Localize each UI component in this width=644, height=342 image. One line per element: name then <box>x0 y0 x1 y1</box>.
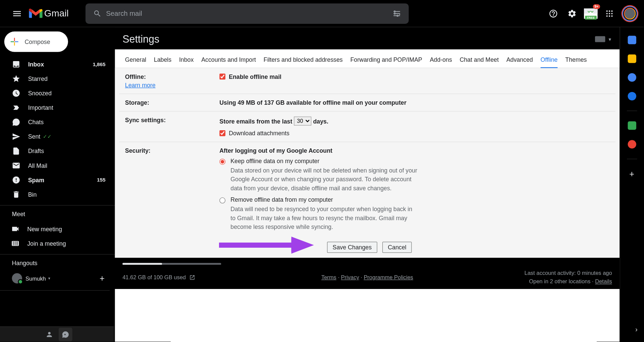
help-icon <box>549 9 558 18</box>
apps-grid-icon <box>605 9 613 17</box>
sidebar-item-chats[interactable]: Chats <box>0 115 111 129</box>
sidebar-item-allmail[interactable]: All Mail <box>0 158 111 173</box>
sidebar-item-snoozed[interactable]: Snoozed <box>0 86 111 100</box>
nav-label: Chats <box>28 119 44 126</box>
search-icon[interactable] <box>89 9 106 17</box>
tab-themes[interactable]: Themes <box>565 54 587 68</box>
download-attachments-label: Download attachments <box>229 130 289 137</box>
tab-inbox[interactable]: Inbox <box>179 54 194 68</box>
gmail-logo[interactable]: Gmail <box>27 8 72 19</box>
draft-icon <box>12 147 20 155</box>
settings-button[interactable] <box>564 5 581 22</box>
tab-offline[interactable]: Offline <box>540 54 557 68</box>
chat-hangouts-button[interactable] <box>59 328 72 341</box>
gear-icon <box>568 9 577 18</box>
addon-app-icon[interactable] <box>628 121 636 130</box>
learn-more-link[interactable]: Learn more <box>125 82 219 88</box>
account-avatar[interactable] <box>623 7 637 20</box>
storage-progress <box>122 263 221 265</box>
keyboard-icon <box>11 239 19 248</box>
enable-offline-label: Enable offline mail <box>229 73 281 80</box>
sent-icon <box>12 132 20 141</box>
tasks-app-icon[interactable] <box>628 73 636 82</box>
support-button[interactable] <box>545 5 562 22</box>
tab-advanced[interactable]: Advanced <box>506 54 533 68</box>
offline-label: Offline: Learn more <box>125 73 219 89</box>
apps-button[interactable] <box>601 5 618 22</box>
mail-icon <box>12 161 20 170</box>
svg-point-8 <box>611 13 612 14</box>
download-attachments-checkbox[interactable] <box>219 130 225 136</box>
sync-days-select[interactable]: 30 <box>294 116 311 126</box>
sidebar-item-bin[interactable]: Bin <box>0 187 111 202</box>
tab-accounts[interactable]: Accounts and Import <box>201 54 256 68</box>
svg-point-10 <box>609 15 610 16</box>
new-meeting-button[interactable]: New meeting <box>11 222 111 236</box>
keep-app-icon[interactable] <box>628 54 636 63</box>
calendar-app-icon[interactable] <box>628 36 636 44</box>
join-meeting-button[interactable]: Join a meeting <box>11 236 111 251</box>
enable-offline-checkbox[interactable] <box>219 74 225 80</box>
sync-suffix: days. <box>313 118 328 125</box>
search-options-button[interactable] <box>388 9 406 17</box>
settings-panel: General Labels Inbox Accounts and Import… <box>115 49 620 342</box>
locations-text: Open in 2 other locations <box>529 278 590 285</box>
compose-label: Compose <box>25 38 50 45</box>
chat-bar <box>0 327 114 342</box>
extension-badge[interactable]: FREE 9+ <box>582 5 599 22</box>
policies-link[interactable]: Programme Policies <box>364 274 413 281</box>
tab-general[interactable]: General <box>125 54 146 68</box>
tab-forwarding[interactable]: Forwarding and POP/IMAP <box>350 54 422 68</box>
sidebar-item-drafts[interactable]: Drafts <box>0 144 111 158</box>
addon2-app-icon[interactable] <box>628 140 636 148</box>
separator <box>627 111 637 111</box>
user-avatar-icon <box>12 273 22 283</box>
nav-label: Inbox <box>28 61 44 67</box>
search-bar[interactable] <box>86 3 409 24</box>
tab-filters[interactable]: Filters and blocked addresses <box>264 54 343 68</box>
svg-point-7 <box>609 13 610 14</box>
hangouts-section: Hangouts Sumukh ▼ + <box>0 254 115 291</box>
clock-icon <box>12 89 20 97</box>
sent-checkmarks-icon: ✓✓ <box>43 134 51 140</box>
main-content: Settings ▼ General Labels Inbox Accounts… <box>115 27 620 342</box>
nav-label: Important <box>28 104 53 111</box>
save-changes-button[interactable]: Save Changes <box>327 242 377 253</box>
chat-person-button[interactable] <box>43 328 56 341</box>
settings-title: Settings <box>122 33 159 45</box>
storage-label: Storage: <box>125 99 219 106</box>
sidebar-item-sent[interactable]: Sent ✓✓ <box>0 129 111 144</box>
tab-addons[interactable]: Add-ons <box>430 54 452 68</box>
svg-point-5 <box>611 10 612 11</box>
notification-count: 9+ <box>593 4 600 9</box>
search-input[interactable] <box>106 10 388 17</box>
privacy-link[interactable]: Privacy <box>341 274 359 281</box>
security-label: Security: <box>125 147 219 232</box>
sidebar-item-inbox[interactable]: Inbox 1,865 <box>0 57 111 71</box>
sidebar-item-starred[interactable]: Starred <box>0 71 111 86</box>
main-menu-button[interactable] <box>7 3 27 24</box>
remove-data-radio[interactable] <box>219 197 225 203</box>
get-addons-button[interactable]: + <box>629 169 634 179</box>
external-link-icon[interactable] <box>189 274 195 280</box>
contacts-app-icon[interactable] <box>628 92 636 100</box>
hangouts-user-row[interactable]: Sumukh ▼ + <box>12 271 115 286</box>
tab-labels[interactable]: Labels <box>154 54 171 68</box>
cancel-button[interactable]: Cancel <box>382 242 412 253</box>
side-panel: + <box>620 27 643 342</box>
details-link[interactable]: Details <box>595 278 612 285</box>
annotation-arrow-icon <box>217 233 315 257</box>
sidebar-item-spam[interactable]: Spam 155 <box>0 173 111 187</box>
keep-data-radio[interactable] <box>219 159 225 165</box>
input-tools-button[interactable]: ▼ <box>595 36 612 42</box>
settings-tabs: General Labels Inbox Accounts and Import… <box>115 49 620 68</box>
expand-side-panel-button[interactable]: › <box>635 326 638 333</box>
nav-label: Spam <box>28 177 44 183</box>
compose-button[interactable]: Compose <box>4 32 68 52</box>
settings-header: Settings ▼ <box>115 27 620 49</box>
terms-link[interactable]: Terms <box>321 274 336 281</box>
tab-chat[interactable]: Chat and Meet <box>460 54 498 68</box>
storage-value: Using 49 MB of 137 GB available for offl… <box>219 99 609 106</box>
hangouts-add-button[interactable]: + <box>100 274 105 283</box>
sidebar-item-important[interactable]: Important <box>0 100 111 115</box>
